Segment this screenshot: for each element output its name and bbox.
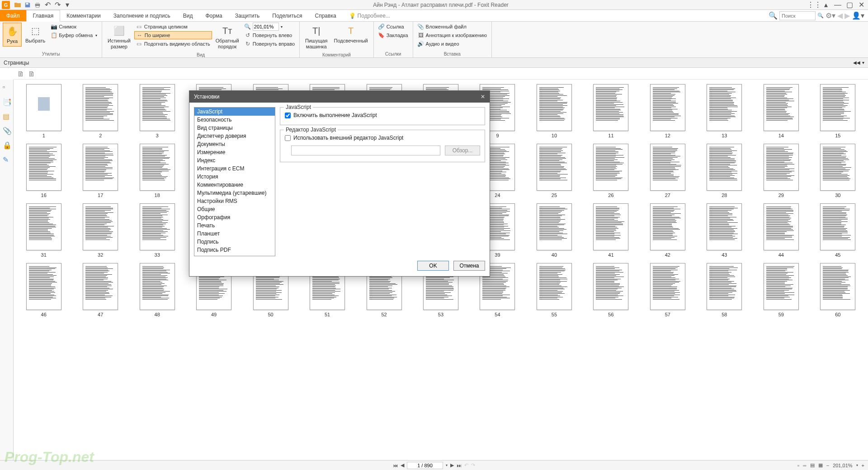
category-item[interactable]: Измерение [194,148,275,156]
enable-js-label: Включить выполнение JavaScript [293,112,377,118]
dialog-titlebar[interactable]: Установки ✕ [189,91,490,103]
enable-js-checkbox[interactable] [285,113,291,118]
category-item[interactable]: Поиск [194,254,275,256]
preferences-category-list[interactable]: JavaScriptБезопасностьВид страницыДиспет… [194,107,275,256]
category-item[interactable]: Вид страницы [194,124,275,132]
category-item[interactable]: Интеграция с ECM [194,164,275,173]
ok-button[interactable]: OK [417,261,449,271]
external-editor-checkbox-row[interactable]: Использовать внешний редактор JavaScript [285,135,480,141]
dialog-title-text: Установки [194,94,219,100]
fieldset-legend: JavaScript [284,104,313,110]
category-item[interactable]: Индекс [194,156,275,164]
category-item[interactable]: Безопасность [194,116,275,124]
enable-js-checkbox-row[interactable]: Включить выполнение JavaScript [285,112,480,118]
fieldset-legend: Редактор JavaScript [284,127,338,133]
preferences-dialog: Установки ✕ JavaScriptБезопасностьВид ст… [189,90,490,277]
editor-fieldset: Редактор JavaScript Использовать внешний… [280,130,485,162]
category-item[interactable]: Мультимедиа (устаревшие) [194,189,275,197]
external-editor-checkbox[interactable] [285,135,291,141]
category-item[interactable]: Печать [194,221,275,230]
dialog-overlay: Установки ✕ JavaScriptБезопасностьВид ст… [0,0,868,470]
javascript-fieldset: JavaScript Включить выполнение JavaScrip… [280,107,485,125]
dialog-close-icon[interactable]: ✕ [481,94,485,100]
category-item[interactable]: История [194,173,275,181]
category-item[interactable]: Документы [194,140,275,148]
category-item[interactable]: Планшет [194,230,275,238]
external-editor-label: Использовать внешний редактор JavaScript [293,135,403,141]
category-item[interactable]: Подпись PDF [194,246,275,254]
category-item[interactable]: Общие [194,205,275,213]
browse-button[interactable]: Обзор... [445,146,480,155]
category-item[interactable]: Настройки RMS [194,197,275,205]
category-item[interactable]: JavaScript [194,108,275,116]
cancel-button[interactable]: Отмена [453,261,485,271]
editor-path-input[interactable] [291,146,440,155]
category-item[interactable]: Подпись [194,238,275,246]
category-item[interactable]: Орфография [194,213,275,221]
category-item[interactable]: Диспетчер доверия [194,132,275,140]
category-item[interactable]: Комментирование [194,181,275,189]
